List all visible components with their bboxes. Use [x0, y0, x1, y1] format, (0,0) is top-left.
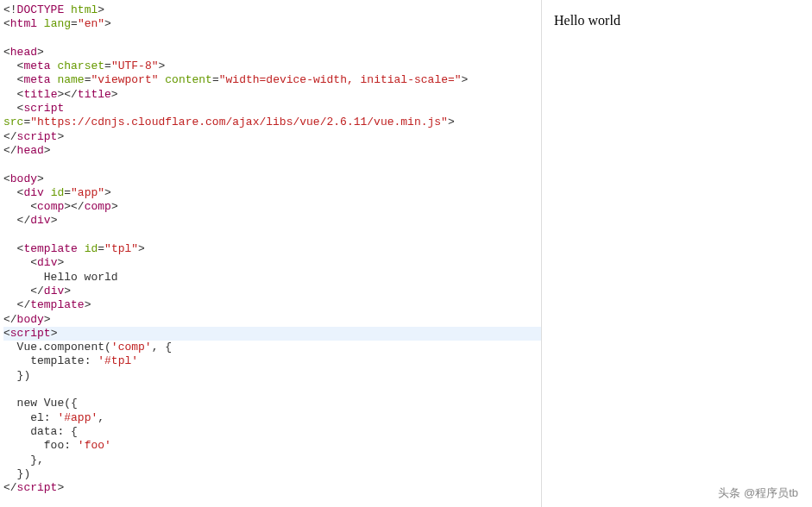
watermark-text: 头条 @程序员tb: [718, 486, 798, 500]
code-line[interactable]: Vue.component('comp', {: [3, 341, 541, 354]
code-line[interactable]: </div>: [3, 214, 541, 228]
code-line[interactable]: <script>: [3, 327, 541, 341]
code-line[interactable]: <meta name="viewport" content="width=dev…: [3, 73, 541, 87]
code-line[interactable]: <!DOCTYPE html>: [3, 3, 541, 17]
code-line[interactable]: <meta charset="UTF-8">: [3, 59, 541, 73]
code-line[interactable]: new Vue({: [3, 397, 541, 410]
code-line[interactable]: </script>: [3, 130, 541, 144]
code-line[interactable]: <title></title>: [3, 88, 541, 102]
code-line[interactable]: [3, 383, 541, 397]
code-line[interactable]: foo: 'foo': [3, 439, 541, 453]
code-line[interactable]: },: [3, 454, 541, 467]
code-line[interactable]: <div>: [3, 256, 541, 270]
preview-output: Hello world: [554, 14, 802, 28]
code-line[interactable]: </body>: [3, 313, 541, 327]
code-line[interactable]: [3, 158, 541, 172]
code-line[interactable]: <html lang="en">: [3, 17, 541, 31]
code-line[interactable]: <script: [3, 102, 541, 116]
code-line[interactable]: <template id="tpl">: [3, 242, 541, 256]
code-line[interactable]: }): [3, 467, 541, 481]
code-line[interactable]: </script>: [3, 481, 541, 495]
code-line[interactable]: src="https://cdnjs.cloudflare.com/ajax/l…: [3, 116, 541, 129]
code-line[interactable]: data: {: [3, 425, 541, 439]
code-editor-pane[interactable]: <!DOCTYPE html><html lang="en"> <head> <…: [0, 0, 542, 507]
code-line[interactable]: el: '#app',: [3, 411, 541, 425]
code-line[interactable]: <head>: [3, 46, 541, 59]
preview-pane: Hello world: [542, 0, 812, 507]
code-line[interactable]: </div>: [3, 285, 541, 298]
code-line[interactable]: <body>: [3, 172, 541, 186]
code-line[interactable]: <div id="app">: [3, 186, 541, 200]
code-line[interactable]: </head>: [3, 144, 541, 158]
code-line[interactable]: [3, 228, 541, 242]
code-line[interactable]: <comp></comp>: [3, 200, 541, 214]
code-line[interactable]: Hello world: [3, 271, 541, 285]
code-line[interactable]: template: '#tpl': [3, 354, 541, 368]
code-line[interactable]: }): [3, 369, 541, 383]
code-content[interactable]: <!DOCTYPE html><html lang="en"> <head> <…: [0, 0, 541, 495]
code-line[interactable]: [3, 32, 541, 46]
code-line[interactable]: </template>: [3, 298, 541, 312]
